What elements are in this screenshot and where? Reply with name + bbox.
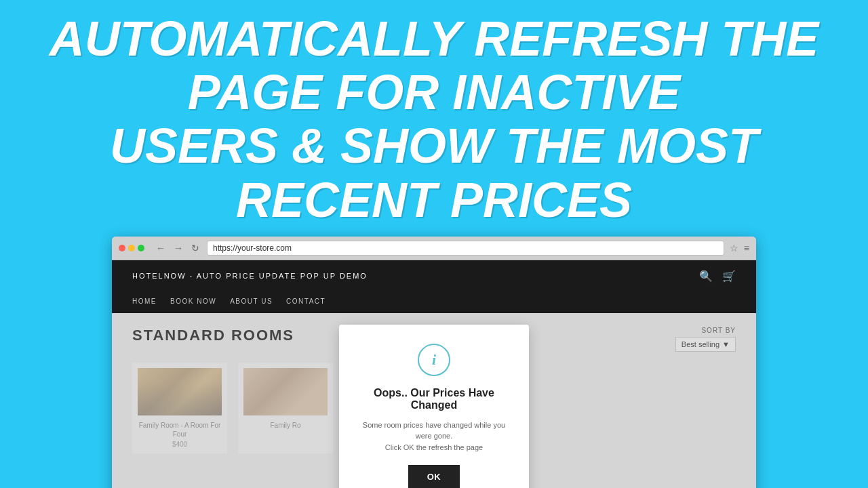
website-content: HOTELNOW - AUTO PRICE UPDATE POP UP DEMO… <box>112 260 756 488</box>
browser-window: ← → ↻ https://your-store.com ☆ ≡ HOTELNO… <box>112 237 756 488</box>
browser-chrome: ← → ↻ https://your-store.com ☆ ≡ <box>112 237 756 260</box>
forward-button[interactable]: → <box>172 243 185 253</box>
search-icon[interactable]: 🔍 <box>699 270 713 283</box>
browser-nav: ← → ↻ <box>154 243 201 253</box>
bookmark-icon[interactable]: ☆ <box>730 243 738 253</box>
browser-dots <box>119 245 144 251</box>
headline-section: Automatically Refresh The Page For Inact… <box>0 0 868 237</box>
site-nav: HOME BOOK NOW ABOUT US CONTACT <box>112 292 756 313</box>
back-button[interactable]: ← <box>154 243 167 253</box>
modal-backdrop: i Oops.. Our Prices Have Changed Some ro… <box>112 313 756 488</box>
dot-red[interactable] <box>119 245 125 251</box>
site-header-top: HOTELNOW - AUTO PRICE UPDATE POP UP DEMO… <box>112 260 756 292</box>
nav-home[interactable]: HOME <box>132 298 157 305</box>
site-main: STANDARD ROOMS SORT BY Best selling ▼ Fa… <box>112 313 756 488</box>
modal-title: Oops.. Our Prices Have Changed <box>355 387 513 411</box>
dot-yellow[interactable] <box>128 245 135 251</box>
site-title: HOTELNOW - AUTO PRICE UPDATE POP UP DEMO <box>132 272 368 280</box>
nav-about-us[interactable]: ABOUT US <box>230 298 273 305</box>
browser-actions: ☆ ≡ <box>730 243 749 253</box>
address-bar[interactable]: https://your-store.com <box>207 241 724 256</box>
menu-icon[interactable]: ≡ <box>744 243 749 253</box>
site-header: HOTELNOW - AUTO PRICE UPDATE POP UP DEMO… <box>112 260 756 313</box>
modal-body: Some room prices have changed while you … <box>355 420 513 453</box>
modal-dialog: i Oops.. Our Prices Have Changed Some ro… <box>339 325 529 489</box>
cart-icon[interactable]: 🛒 <box>722 270 736 283</box>
nav-book-now[interactable]: BOOK NOW <box>170 298 216 305</box>
refresh-button[interactable]: ↻ <box>189 243 201 253</box>
dot-green[interactable] <box>138 245 144 251</box>
modal-info-icon: i <box>418 344 450 376</box>
ok-button[interactable]: OK <box>408 465 460 488</box>
headline-text: Automatically Refresh The Page For Inact… <box>20 12 848 227</box>
site-header-icons: 🔍 🛒 <box>699 270 736 283</box>
nav-contact[interactable]: CONTACT <box>286 298 326 305</box>
